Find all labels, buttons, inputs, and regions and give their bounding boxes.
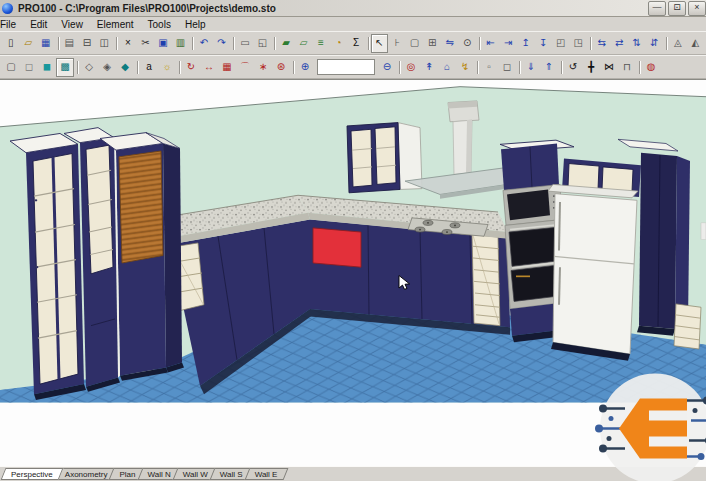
menu-file[interactable]: File [0, 18, 23, 31]
replace-element-button[interactable]: ⇋ [441, 34, 459, 53]
delete-button[interactable]: × [119, 34, 137, 53]
menu-tools[interactable]: Tools [141, 18, 178, 31]
new-element-button[interactable]: ▢ [406, 34, 424, 53]
lighting-button[interactable]: ☼ [158, 58, 176, 77]
copy-button[interactable]: ▣ [154, 34, 172, 53]
zoom-in-button[interactable]: ⊕ [296, 58, 314, 77]
catalog-button[interactable]: ▰ [277, 34, 295, 53]
view-solid-button[interactable]: ◆ [116, 58, 134, 77]
report-button[interactable]: ◱ [254, 34, 272, 53]
save-project-button[interactable]: ▦ [37, 34, 55, 53]
final-render-button[interactable]: ◍ [642, 58, 660, 77]
rotate-left-button[interactable]: ↺ [564, 58, 582, 77]
restore-button[interactable]: ⊡ [668, 1, 686, 16]
show-edges-dark-button[interactable]: ◈ [98, 58, 116, 77]
show-guides-button[interactable]: ⌒ [236, 58, 254, 77]
structure-button[interactable]: ≡ [312, 34, 330, 53]
close-button[interactable]: × [688, 1, 706, 16]
distribute-v2-button[interactable]: ⇵ [646, 34, 664, 53]
distribute-h-button[interactable]: ⇆ [593, 34, 611, 53]
align-right-button[interactable]: ⇥ [499, 34, 517, 53]
show-text-button[interactable]: a [140, 58, 158, 77]
price-list-button[interactable]: ◔ [330, 34, 348, 53]
tab-wall-e[interactable]: Wall E [247, 468, 286, 480]
distribute-h2-button[interactable]: ⇄ [611, 34, 629, 53]
toolbar-view-left: ▢◻◼▩◇◈◆a☼↻↔▦⌒∗⊛⊕ [2, 58, 314, 77]
new-project-button[interactable]: ▯ [2, 34, 20, 53]
title-bar: PRO100 - C:\Program Files\PRO100\Project… [0, 0, 706, 17]
view-color-button[interactable]: ◼ [38, 58, 56, 77]
select-area-button[interactable]: ▫ [480, 58, 498, 77]
menu-element[interactable]: Element [90, 18, 141, 31]
attach-element-button[interactable]: ◰ [552, 34, 570, 53]
select-tool-button[interactable]: ↖ [371, 34, 389, 53]
view-wireframe-button[interactable]: ▢ [2, 58, 20, 77]
minimize-button[interactable]: — [648, 1, 666, 16]
toolbar-main: ▯▱▦▤⊟◫×✂▣▥↶↷▭◱▰▱≡◔Σ↖⊦▢⊞⇋⊙⇤⇥↥↧◰◳⇆⇄⇅⇵◬◭ [0, 31, 706, 55]
tab-perspective[interactable]: Perspective [3, 468, 61, 480]
align-left-button[interactable]: ⇤ [482, 34, 500, 53]
toolbar-view-right: ⊖◎↟⌂↯▫◻⇓⇑↺╋⋈⊓◍ [378, 58, 660, 77]
summary-button[interactable]: Σ [347, 34, 365, 53]
open-shelf-unit-far-right[interactable] [674, 304, 701, 349]
page-setup-button[interactable]: ▤ [61, 34, 79, 53]
tab-axonometry[interactable]: Axonometry [57, 468, 116, 480]
center-element-button[interactable]: ↟ [420, 58, 438, 77]
tall-cabinets-left[interactable] [10, 128, 184, 400]
orbit-view-button[interactable]: ↻ [182, 58, 200, 77]
window-controls: —⊡× [648, 1, 706, 16]
show-grid-button[interactable]: ▦ [218, 58, 236, 77]
catalog-open-button[interactable]: ▱ [295, 34, 313, 53]
distribute-v-button[interactable]: ⇅ [628, 34, 646, 53]
app-icon [2, 3, 13, 14]
zoom-tool-button[interactable]: ⊙ [458, 34, 476, 53]
toolbar-view: ▢◻◼▩◇◈◆a☼↻↔▦⌒∗⊛⊕ ⊖◎↟⌂↯▫◻⇓⇑↺╋⋈⊓◍ [0, 55, 706, 79]
zoom-out-button[interactable]: ⊖ [378, 58, 396, 77]
menu-bar: FileEditViewElementToolsHelp [0, 17, 706, 31]
kitchen-scene [0, 80, 706, 466]
quick-render-button[interactable]: ↯ [456, 58, 474, 77]
print-button[interactable]: ⊟ [78, 34, 96, 53]
view-point-button[interactable]: ◬ [669, 34, 687, 53]
pro100-window: PRO100 - C:\Program Files\PRO100\Project… [0, 0, 706, 481]
open-project-button[interactable]: ▱ [20, 34, 38, 53]
view-texture-button[interactable]: ▩ [56, 58, 74, 77]
menu-view[interactable]: View [54, 18, 90, 31]
redo-button[interactable]: ↷ [213, 34, 231, 53]
align-up-button[interactable]: ↥ [517, 34, 535, 53]
lower-element-button[interactable]: ⇓ [522, 58, 540, 77]
cut-button[interactable]: ✂ [137, 34, 155, 53]
window-title: PRO100 - C:\Program Files\PRO100\Project… [18, 3, 276, 14]
view-tabs-bar: Perspective Axonometry Plan Wall N Wall … [0, 466, 706, 481]
paste-button[interactable]: ▥ [172, 34, 190, 53]
mirror-button[interactable]: ⋈ [600, 58, 618, 77]
move-tool-button[interactable]: ╋ [582, 58, 600, 77]
print-preview-button[interactable]: ◫ [96, 34, 114, 53]
tambour-wood-door[interactable] [119, 151, 163, 263]
zoom-extents-button[interactable]: ◎ [402, 58, 420, 77]
walk-through-button[interactable]: ⌂ [438, 58, 456, 77]
edge-panel-sliver [701, 223, 706, 240]
fittings-button[interactable]: ⊓ [618, 58, 636, 77]
align-down-button[interactable]: ↧ [534, 34, 552, 53]
attach-wall-button[interactable]: ◳ [569, 34, 587, 53]
insert-element-button[interactable]: ⊞ [423, 34, 441, 53]
properties-button[interactable]: ▭ [236, 34, 254, 53]
view-hidden-line-button[interactable]: ◻ [20, 58, 38, 77]
dimension-tool-button[interactable]: ⊦ [388, 34, 406, 53]
presentation-button[interactable]: ◭ [687, 34, 705, 53]
show-dimensions-button[interactable]: ↔ [200, 58, 218, 77]
viewport-3d[interactable] [0, 79, 706, 466]
rosette-2-button[interactable]: ⊛ [272, 58, 290, 77]
select-area-2-button[interactable]: ◻ [498, 58, 516, 77]
selected-red-front[interactable] [313, 228, 361, 267]
raise-element-button[interactable]: ⇑ [540, 58, 558, 77]
undo-button[interactable]: ↶ [195, 34, 213, 53]
fridge[interactable] [548, 184, 638, 360]
menu-help[interactable]: Help [178, 18, 213, 31]
rosette-button[interactable]: ∗ [254, 58, 272, 77]
show-edges-button[interactable]: ◇ [80, 58, 98, 77]
menu-edit[interactable]: Edit [23, 18, 54, 31]
zoom-value-input[interactable] [317, 59, 375, 75]
